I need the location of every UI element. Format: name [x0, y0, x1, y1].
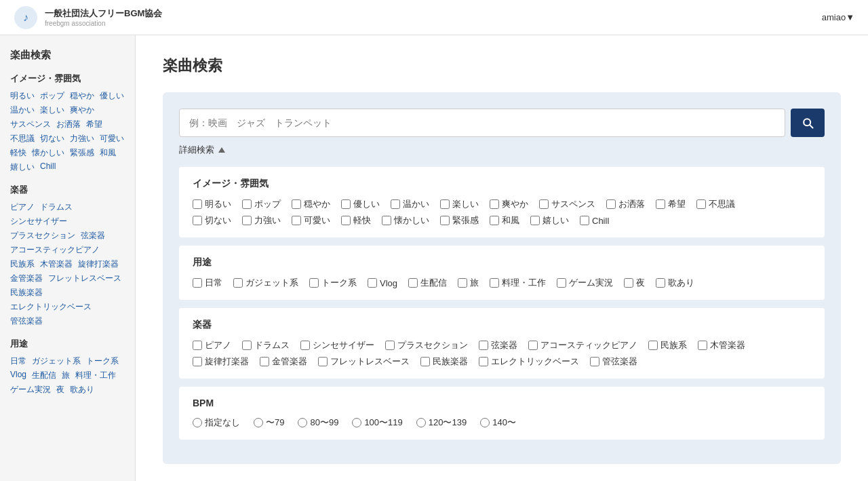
sidebar-link-travel[interactable]: 旅	[62, 370, 70, 381]
sidebar-link-vocal[interactable]: 歌あり	[70, 384, 94, 396]
sidebar-link-oshare[interactable]: お洒落	[56, 119, 81, 130]
sidebar-link-kirenai[interactable]: 切ない	[40, 133, 64, 145]
sidebar-link-chill[interactable]: Chill	[40, 161, 56, 173]
checkbox-brass-inst[interactable]: 金管楽器	[260, 355, 307, 368]
sidebar-link-game[interactable]: ゲーム実況	[10, 384, 51, 396]
sidebar-link-brass2[interactable]: 金管楽器	[10, 273, 43, 284]
checkbox-night[interactable]: 夜	[624, 277, 645, 289]
checkbox-yasashii[interactable]: 優しい	[341, 198, 380, 210]
sidebar-link-ethnic-inst[interactable]: 民族楽器	[10, 287, 43, 299]
sidebar-link-ureshii[interactable]: 嬉しい	[10, 161, 35, 173]
radio-bpm-79[interactable]: 〜79	[254, 417, 284, 429]
sidebar-link-talk[interactable]: トーク系	[86, 355, 119, 367]
sidebar-link-drums[interactable]: ドラムス	[40, 201, 73, 213]
radio-bpm-80-99[interactable]: 80〜99	[298, 417, 338, 429]
sidebar-link-sawayaka[interactable]: 爽やか	[70, 104, 94, 116]
sidebar-link-odayaka[interactable]: 穏やか	[70, 90, 94, 102]
sidebar-link-night[interactable]: 夜	[56, 384, 64, 396]
sidebar-link-natsukashii[interactable]: 懐かしい	[32, 147, 64, 159]
radio-bpm-100-119[interactable]: 100〜119	[352, 417, 402, 429]
checkbox-kibou[interactable]: 希望	[656, 198, 686, 210]
checkbox-odayaka[interactable]: 穏やか	[292, 198, 330, 210]
sidebar-link-electric-bass[interactable]: エレクトリックベース	[10, 301, 92, 313]
sidebar-link-vlog[interactable]: Vlog	[10, 370, 26, 381]
checkbox-piano[interactable]: ピアノ	[193, 339, 231, 351]
checkbox-nichijo[interactable]: 日常	[193, 277, 222, 289]
search-input[interactable]	[179, 109, 785, 137]
checkbox-live[interactable]: 生配信	[408, 277, 447, 289]
checkbox-sawayaka[interactable]: 爽やか	[490, 198, 528, 210]
sidebar-link-yasashii[interactable]: 優しい	[100, 90, 124, 102]
sidebar-link-suspense[interactable]: サスペンス	[10, 119, 51, 130]
checkbox-gadget[interactable]: ガジェット系	[233, 277, 298, 289]
sidebar-link-kawaii[interactable]: 可愛い	[100, 133, 124, 145]
sidebar-link-kincho[interactable]: 緊張感	[70, 147, 94, 159]
checkbox-suspense[interactable]: サスペンス	[539, 198, 595, 210]
checkbox-woodwind[interactable]: 木管楽器	[698, 339, 745, 351]
sidebar-link-synth[interactable]: シンセサイザー	[10, 216, 67, 227]
checkbox-akarui[interactable]: 明るい	[193, 198, 231, 210]
checkbox-pop[interactable]: ポップ	[242, 198, 281, 210]
sidebar-link-tanoshii[interactable]: 楽しい	[40, 104, 64, 116]
sidebar-link-wafu[interactable]: 和風	[100, 147, 116, 159]
checkbox-cooking[interactable]: 料理・工作	[490, 277, 546, 289]
checkbox-vlog[interactable]: Vlog	[368, 277, 397, 289]
sidebar-link-tsuyoi[interactable]: 力強い	[70, 133, 94, 145]
checkbox-drums[interactable]: ドラムス	[242, 339, 290, 351]
sidebar-link-cooking[interactable]: 料理・工作	[75, 370, 116, 381]
radio-bpm-any[interactable]: 指定なし	[193, 417, 240, 429]
checkbox-chill[interactable]: Chill	[580, 214, 609, 227]
checkbox-synth[interactable]: シンセサイザー	[300, 339, 374, 351]
checkbox-talk[interactable]: トーク系	[309, 277, 357, 289]
checkbox-travel[interactable]: 旅	[458, 277, 479, 289]
detail-search-toggle[interactable]: 詳細検索	[179, 144, 825, 156]
checkbox-kirenai[interactable]: 切ない	[193, 214, 231, 227]
sidebar-link-pop[interactable]: ポップ	[40, 90, 64, 102]
radio-bpm-120-139[interactable]: 120〜139	[416, 417, 467, 429]
sidebar-link-woodwind[interactable]: 木管楽器	[40, 258, 73, 270]
checkbox-keikai[interactable]: 軽快	[341, 214, 371, 227]
checkbox-game[interactable]: ゲーム実況	[557, 277, 613, 289]
checkbox-wafu[interactable]: 和風	[490, 214, 519, 227]
sidebar-link-brass[interactable]: プラスセクション	[10, 230, 75, 242]
checkbox-vocal[interactable]: 歌あり	[656, 277, 694, 289]
checkbox-oshare[interactable]: お洒落	[606, 198, 645, 210]
checkbox-orchestra[interactable]: 管弦楽器	[590, 355, 637, 368]
checkbox-strings[interactable]: 弦楽器	[479, 339, 517, 351]
sidebar-link-atatakai[interactable]: 温かい	[10, 104, 35, 116]
checkbox-kincho[interactable]: 緊張感	[440, 214, 479, 227]
checkbox-ureshii[interactable]: 嬉しい	[530, 214, 569, 227]
sidebar-link-nichijo[interactable]: 日常	[10, 355, 26, 367]
radio-bpm-140[interactable]: 140〜	[480, 417, 516, 429]
sidebar-link-fretless[interactable]: フレットレスベース	[48, 273, 121, 284]
user-menu[interactable]: amiao▼	[822, 12, 854, 22]
checkbox-kawaii[interactable]: 可愛い	[292, 214, 330, 227]
sidebar-link-keikai[interactable]: 軽快	[10, 147, 26, 159]
sidebar-link-ethnic[interactable]: 民族系	[10, 258, 35, 270]
checkbox-acoustic-piano[interactable]: アコースティックピアノ	[528, 339, 637, 351]
sidebar-link-strings[interactable]: 弦楽器	[81, 230, 105, 242]
sidebar-link-akarui[interactable]: 明るい	[10, 90, 35, 102]
checkbox-elec-bass[interactable]: エレクトリックベース	[479, 355, 579, 368]
checkbox-fushigi[interactable]: 不思議	[696, 198, 735, 210]
sidebar-link-percussion[interactable]: 旋律打楽器	[78, 258, 119, 270]
checkbox-fretless[interactable]: フレットレスベース	[318, 355, 410, 368]
filter-image-row1: 明るい ポップ 穏やか 優しい 温かい 楽しい 爽やか サスペンス お洒落 希望…	[193, 198, 811, 210]
checkbox-atatakai[interactable]: 温かい	[391, 198, 429, 210]
search-button[interactable]	[791, 109, 825, 137]
sidebar-link-live[interactable]: 生配信	[32, 370, 56, 381]
checkbox-tsuyoi[interactable]: 力強い	[242, 214, 281, 227]
checkbox-ethnic-inst[interactable]: 民族楽器	[420, 355, 468, 368]
sidebar-link-acoustic-piano[interactable]: アコースティックピアノ	[10, 244, 100, 256]
checkbox-ethnic[interactable]: 民族系	[648, 339, 687, 351]
sidebar-link-fushigi[interactable]: 不思議	[10, 133, 35, 145]
checkbox-natsukashii[interactable]: 懐かしい	[382, 214, 429, 227]
checkbox-perc[interactable]: 旋律打楽器	[193, 355, 249, 368]
sidebar-link-piano[interactable]: ピアノ	[10, 201, 35, 213]
sidebar-link-kibou[interactable]: 希望	[86, 119, 102, 130]
sidebar-link-gadget[interactable]: ガジェット系	[32, 355, 81, 367]
sidebar-category-instrument: 楽器	[10, 184, 125, 196]
checkbox-brass-sec[interactable]: プラスセクション	[385, 339, 468, 351]
checkbox-tanoshii[interactable]: 楽しい	[440, 198, 479, 210]
sidebar-link-orchestra[interactable]: 管弦楽器	[10, 315, 43, 327]
